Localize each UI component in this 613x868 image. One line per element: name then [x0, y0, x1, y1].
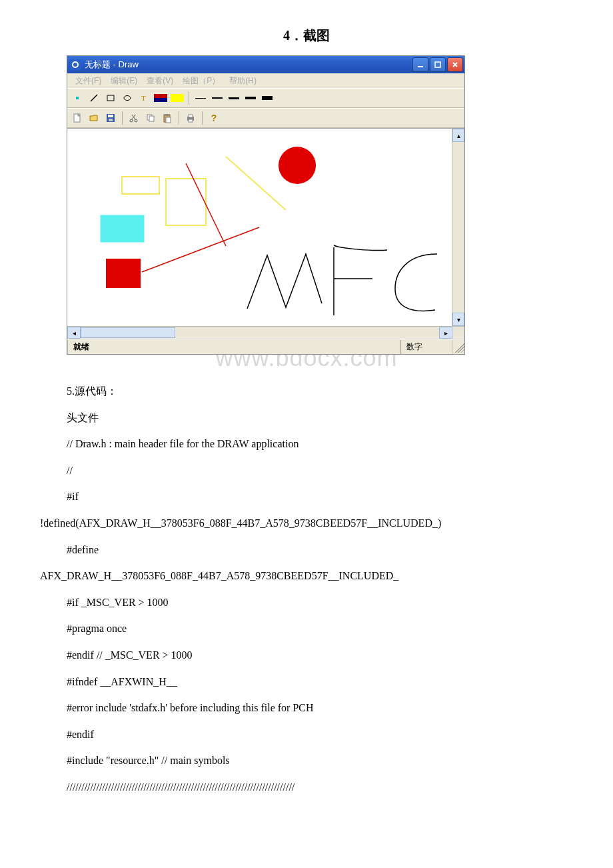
text-line: ////////////////////////////////////////…: [67, 776, 573, 799]
svg-rect-31: [106, 259, 141, 288]
svg-line-35: [142, 227, 259, 272]
text-line: #if: [67, 485, 573, 508]
separator: [179, 111, 179, 125]
scroll-left-button[interactable]: ◂: [67, 327, 81, 339]
text-line: 头文件: [67, 407, 573, 429]
svg-rect-7: [76, 97, 79, 99]
svg-line-34: [186, 163, 226, 246]
linewidth-4[interactable]: [243, 91, 258, 105]
cut-button[interactable]: [127, 111, 141, 125]
window-title: 无标题 - Draw: [85, 59, 412, 71]
scroll-down-button[interactable]: ▾: [452, 313, 464, 326]
text-line: !defined(AFX_DRAW_H__378053F6_088F_44B7_…: [40, 512, 573, 535]
help-button[interactable]: ?: [207, 111, 221, 125]
resize-grip[interactable]: [452, 341, 464, 353]
tool-line[interactable]: [87, 91, 101, 105]
svg-rect-3: [418, 66, 423, 67]
svg-rect-26: [189, 115, 193, 117]
tool-point[interactable]: [70, 91, 85, 105]
text-line: AFX_DRAW_H__378053F6_088F_44B7_A578_9738…: [40, 565, 573, 587]
menu-help[interactable]: 帮助(H): [225, 74, 261, 88]
standard-toolbar: ?: [67, 108, 464, 128]
scroll-up-button[interactable]: ▴: [452, 129, 464, 142]
status-ready: 就绪: [67, 340, 400, 354]
paste-button[interactable]: [160, 111, 175, 125]
text-line: #include "resource.h" // main symbols: [67, 749, 573, 772]
svg-point-2: [73, 63, 77, 67]
scroll-right-button[interactable]: ▸: [439, 327, 452, 339]
copy-button[interactable]: [143, 111, 158, 125]
linewidth-1[interactable]: [193, 91, 208, 105]
text-line: #define: [67, 539, 573, 561]
svg-point-18: [130, 119, 133, 122]
svg-rect-9: [107, 95, 114, 101]
menu-edit[interactable]: 编辑(E): [107, 74, 141, 88]
svg-rect-29: [122, 177, 159, 194]
statusbar: 就绪 数字: [67, 339, 464, 354]
color-swatch-2[interactable]: [170, 91, 185, 105]
text-line: #endif: [67, 723, 573, 746]
separator: [122, 111, 123, 125]
svg-text:T: T: [141, 94, 146, 102]
app-icon: [70, 59, 81, 70]
screenshot-window: 无标题 - Draw 文件(F) 编辑(E) 查看(V) 绘图（P） 帮助(H)…: [67, 55, 465, 355]
svg-point-19: [135, 119, 137, 122]
text-line: #endif // _MSC_VER > 1000: [67, 644, 573, 667]
svg-line-8: [91, 95, 97, 101]
svg-point-10: [124, 96, 131, 101]
titlebar: 无标题 - Draw: [67, 56, 464, 73]
horizontal-scrollbar[interactable]: ◂ ▸: [67, 326, 464, 339]
text-line: // Draw.h : main header file for the DRA…: [67, 433, 573, 455]
menu-file[interactable]: 文件(F): [71, 74, 105, 88]
tool-ellipse[interactable]: [120, 91, 135, 105]
svg-line-33: [226, 157, 286, 210]
linewidth-2[interactable]: [210, 91, 225, 105]
scroll-thumb[interactable]: [81, 327, 175, 338]
linewidth-3[interactable]: [227, 91, 241, 105]
text-line: 5.源代码：: [67, 380, 573, 403]
save-button[interactable]: [103, 111, 118, 125]
svg-rect-23: [165, 114, 169, 116]
linewidth-5[interactable]: [260, 91, 275, 105]
menubar: 文件(F) 编辑(E) 查看(V) 绘图（P） 帮助(H): [67, 73, 464, 88]
draw-toolbar: T: [67, 88, 464, 108]
text-line: #error include 'stdafx.h' before includi…: [67, 697, 573, 719]
separator: [189, 91, 189, 105]
tool-rect[interactable]: [103, 91, 118, 105]
open-button[interactable]: [87, 111, 101, 125]
close-button[interactable]: [447, 57, 463, 72]
svg-rect-15: [109, 119, 113, 121]
svg-rect-28: [166, 179, 206, 225]
text-line: #ifndef __AFXWIN_H__: [67, 671, 573, 693]
text-line: #if _MSC_VER > 1000: [67, 591, 573, 614]
menu-draw[interactable]: 绘图（P）: [179, 74, 224, 88]
text-line: //: [67, 459, 573, 482]
tool-text[interactable]: T: [137, 91, 151, 105]
svg-rect-21: [149, 116, 154, 121]
drawing-canvas[interactable]: [67, 129, 452, 326]
vertical-scrollbar[interactable]: ▴ ▾: [452, 129, 464, 326]
svg-rect-27: [189, 119, 193, 122]
separator: [202, 111, 203, 125]
color-swatch-1[interactable]: [153, 91, 168, 105]
new-button[interactable]: [70, 111, 85, 125]
menu-view[interactable]: 查看(V): [143, 74, 177, 88]
section-heading: 4．截图: [40, 27, 573, 45]
print-button[interactable]: [183, 111, 198, 125]
status-num: 数字: [400, 340, 452, 354]
svg-rect-30: [101, 215, 144, 242]
svg-rect-14: [108, 115, 113, 117]
text-line: #pragma once: [67, 617, 573, 640]
maximize-button[interactable]: [430, 57, 446, 72]
client-area: ▴ ▾: [67, 128, 464, 326]
svg-point-32: [279, 147, 316, 184]
document-body: 5.源代码： 头文件 // Draw.h : main header file …: [67, 380, 573, 799]
svg-rect-4: [435, 62, 440, 67]
svg-rect-24: [166, 117, 171, 123]
minimize-button[interactable]: [412, 57, 428, 72]
